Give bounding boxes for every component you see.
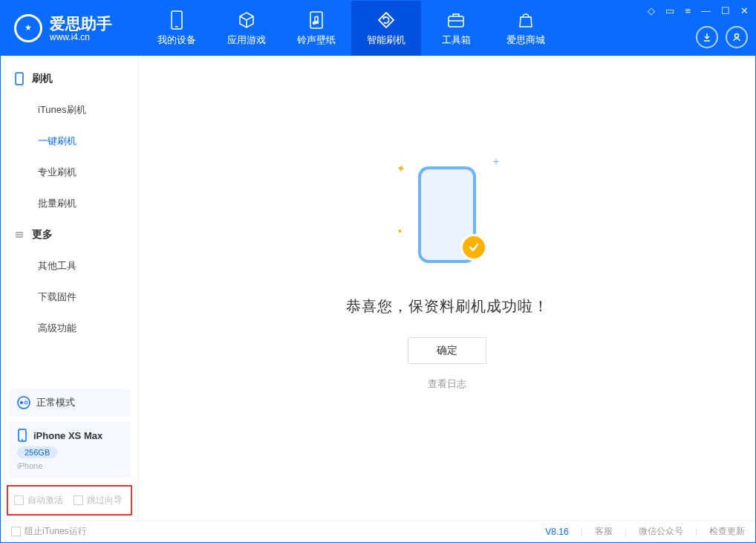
nav-label: 爱思商城 [506,33,545,47]
sidebar-item-batch-flash[interactable]: 批量刷机 [1,188,138,219]
nav-label: 我的设备 [157,33,196,47]
version-label: V8.16 [545,527,568,537]
body-area: 刷机 iTunes刷机 一键刷机 专业刷机 批量刷机 更多 其他工具 下载固件 … [1,56,755,520]
nav-label: 应用游戏 [227,33,266,47]
svg-point-12 [18,397,30,409]
sidebar-bottom: 正常模式 iPhone XS Max 256GB iPhone 自动激活 跳过向… [1,384,138,520]
divider: | [625,527,627,537]
app-url: www.i4.cn [50,33,112,42]
mode-card[interactable]: 正常模式 [8,388,131,417]
mode-icon [17,396,30,409]
window-controls: ◇ ▭ ≡ — ☐ ✕ [645,4,751,18]
footer: 阻止iTunes运行 V8.16 | 客服 | 微信公众号 | 检查更新 [1,520,755,542]
sidebar-item-advanced[interactable]: 高级功能 [1,313,138,344]
checkbox-block-itunes[interactable]: 阻止iTunes运行 [11,525,87,538]
divider: | [695,527,697,537]
bag-icon [517,10,535,30]
refresh-icon [377,10,396,30]
svg-point-7 [735,34,739,38]
checkbox-icon [74,495,83,505]
nav-tab-ringtone[interactable]: 铃声壁纸 [281,1,351,56]
mode-label: 正常模式 [36,396,75,409]
nav-label: 工具箱 [442,33,471,47]
header-action-icons [696,26,748,48]
menu-icon[interactable]: ▭ [663,4,677,18]
toolbox-icon [446,10,466,30]
main-content: ✦ + • 恭喜您，保资料刷机成功啦！ 确定 查看日志 [139,56,755,520]
device-icon [170,10,183,30]
app-header: 爱思助手 www.i4.cn 我的设备 应用游戏 铃声壁纸 智能刷机 工具箱 爱… [1,1,755,56]
svg-point-4 [316,22,319,24]
footer-link-support[interactable]: 客服 [595,525,613,538]
checkbox-icon [14,495,24,505]
device-icon [17,429,27,442]
download-button[interactable] [696,26,718,48]
checkbox-highlight-area: 自动激活 跳过向导 [7,485,132,516]
logo-icon [14,14,42,42]
sidebar-item-pro-flash[interactable]: 专业刷机 [1,157,138,188]
svg-point-3 [313,22,316,25]
sidebar-item-download-firmware[interactable]: 下载固件 [1,282,138,313]
checkbox-label: 自动激活 [27,494,63,507]
divider: | [581,527,583,537]
device-name: iPhone XS Max [33,430,102,441]
nav-tab-shop[interactable]: 爱思商城 [491,1,561,56]
checkbox-label: 跳过向导 [87,494,123,507]
checkbox-icon [11,527,21,536]
more-icon [14,230,25,240]
svg-rect-8 [16,73,23,85]
sparkle-icon: ✦ [395,162,407,176]
svg-rect-2 [310,12,322,28]
view-log-link[interactable]: 查看日志 [428,377,466,391]
app-name: 爱思助手 [50,16,112,31]
close-button[interactable]: ✕ [738,4,751,18]
nav-tab-apps[interactable]: 应用游戏 [212,1,281,56]
nav-tab-flash[interactable]: 智能刷机 [351,1,421,56]
logo-area: 爱思助手 www.i4.cn [1,14,142,42]
section-title: 刷机 [32,72,53,85]
check-badge-icon [460,234,487,261]
sidebar-section-more[interactable]: 更多 [1,219,138,250]
footer-right: V8.16 | 客服 | 微信公众号 | 检查更新 [545,525,745,538]
nav-tab-toolbox[interactable]: 工具箱 [421,1,491,56]
theme-icon[interactable]: ◇ [645,4,657,18]
footer-left: 阻止iTunes运行 [11,525,87,538]
list-icon[interactable]: ≡ [682,4,693,18]
success-message: 恭喜您，保资料刷机成功啦！ [346,296,549,316]
device-type: iPhone [17,461,122,470]
sidebar-item-onekey-flash[interactable]: 一键刷机 [1,126,138,157]
success-illustration: ✦ + • [373,155,521,274]
checkbox-label: 阻止iTunes运行 [25,525,87,538]
cube-icon [237,10,256,30]
device-card[interactable]: iPhone XS Max 256GB iPhone [8,421,131,478]
sidebar: 刷机 iTunes刷机 一键刷机 专业刷机 批量刷机 更多 其他工具 下载固件 … [1,56,139,520]
sparkle-icon: + [493,155,499,167]
sidebar-item-itunes-flash[interactable]: iTunes刷机 [1,94,138,126]
sparkle-icon: • [398,225,402,237]
music-icon [308,10,325,30]
svg-point-14 [25,401,27,404]
phone-icon [14,72,25,85]
maximize-button[interactable]: ☐ [719,4,732,18]
sidebar-content: 刷机 iTunes刷机 一键刷机 专业刷机 批量刷机 更多 其他工具 下载固件 … [1,56,138,384]
user-button[interactable] [726,26,748,48]
nav-tabs: 我的设备 应用游戏 铃声壁纸 智能刷机 工具箱 爱思商城 [142,1,561,56]
device-storage: 256GB [17,446,57,458]
svg-point-16 [22,439,23,440]
device-name-row: iPhone XS Max [17,429,122,442]
svg-point-13 [20,401,23,404]
ok-button[interactable]: 确定 [408,337,486,364]
nav-tab-device[interactable]: 我的设备 [142,1,212,56]
nav-label: 智能刷机 [367,33,405,47]
svg-rect-5 [449,16,463,27]
footer-link-update[interactable]: 检查更新 [709,525,745,538]
nav-label: 铃声壁纸 [297,33,336,47]
minimize-button[interactable]: — [699,4,713,18]
footer-link-wechat[interactable]: 微信公众号 [639,525,683,538]
sidebar-item-other-tools[interactable]: 其他工具 [1,250,138,282]
section-title: 更多 [32,228,53,241]
sidebar-section-flash[interactable]: 刷机 [1,63,138,94]
checkbox-auto-activate[interactable]: 自动激活 [14,494,63,507]
checkbox-skip-wizard[interactable]: 跳过向导 [74,494,123,507]
